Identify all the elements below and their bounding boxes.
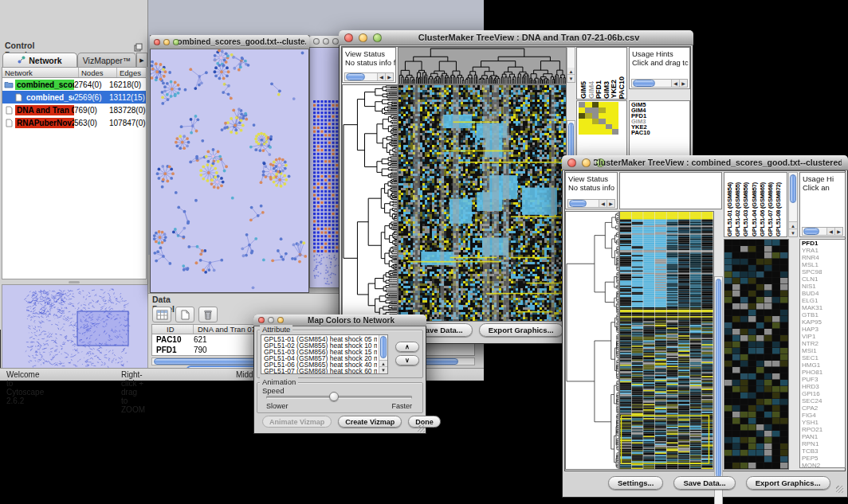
gene-label[interactable]: GTB1 — [802, 311, 822, 318]
gene-label[interactable]: PAN1 — [802, 433, 822, 440]
gene-label[interactable]: KAP95 — [802, 318, 822, 326]
matrix-cell[interactable] — [612, 102, 618, 107]
gene-label[interactable]: MSL1 — [802, 261, 822, 268]
matrix-cell[interactable] — [592, 107, 599, 113]
scroll-right-icon[interactable]: ▶ — [385, 73, 393, 80]
column-label[interactable]: GPL51-04 (GSM857) — [751, 182, 759, 236]
column-label[interactable]: PAC10 — [618, 76, 626, 99]
treeview2-global-vscrollbar[interactable]: ▲ ▼ — [714, 276, 723, 504]
matrix-cell[interactable] — [599, 119, 605, 124]
gene-label[interactable]: CPA2 — [802, 404, 822, 412]
column-label[interactable]: GPL51-07 (GSM868) — [767, 182, 775, 236]
matrix-cell[interactable] — [579, 124, 585, 130]
gene-label[interactable]: PHO81 — [802, 369, 822, 376]
gene-label[interactable]: RPO21 — [802, 426, 822, 433]
column-header-id[interactable]: ID — [152, 325, 194, 334]
minimize-icon[interactable] — [359, 33, 367, 42]
scroll-left-icon[interactable]: ◀ — [826, 228, 834, 235]
close-icon[interactable] — [567, 158, 576, 167]
matrix-cell[interactable] — [592, 119, 599, 124]
treeview2-button[interactable]: Settings... — [608, 476, 663, 490]
matrix-cell[interactable] — [585, 124, 591, 130]
treeview2-titlebar[interactable]: ClusterMaker TreeView : combined_scores_… — [562, 155, 848, 170]
scroll-down-icon[interactable]: ▼ — [789, 229, 797, 236]
gene-label[interactable]: YRA1 — [802, 247, 822, 254]
matrix-cell[interactable] — [606, 129, 612, 135]
matrix-cell[interactable] — [592, 124, 599, 130]
gene-label[interactable]: RPN1 — [802, 440, 822, 447]
panel-divider-handle[interactable] — [0, 280, 148, 283]
gene-label[interactable]: YSH1 — [802, 419, 822, 426]
column-header-nodes[interactable]: Nodes — [79, 68, 117, 77]
column-label[interactable]: YKE2 — [610, 80, 618, 99]
usage-hints-hscrollbar[interactable]: ◀ ▶ — [802, 227, 843, 236]
column-header-edges[interactable]: Edges — [117, 68, 146, 77]
gene-label[interactable]: SEC1 — [802, 354, 822, 361]
column-label[interactable]: GPL51-03 (GSM856) — [742, 182, 750, 236]
gene-label[interactable]: HAP3 — [802, 326, 822, 333]
matrix-cell[interactable] — [579, 102, 585, 107]
tab-overflow-button[interactable]: ▶ — [136, 53, 147, 67]
treeview2-row-dendrogram[interactable] — [565, 211, 619, 470]
gene-label[interactable]: HMG1 — [802, 361, 822, 369]
move-down-button[interactable]: ∨ — [395, 355, 419, 365]
matrix-cell[interactable] — [612, 107, 618, 113]
matrix-cell[interactable] — [599, 107, 605, 113]
attribute-list-item[interactable]: GPL51-07 (GSM868) heat shock 60 min — [264, 368, 377, 374]
gene-label[interactable]: TCB3 — [802, 447, 822, 455]
tab-vizmapper[interactable]: VizMapper™ — [77, 53, 136, 67]
matrix-cell[interactable] — [579, 107, 585, 113]
matrix-cell[interactable] — [606, 124, 612, 130]
close-icon[interactable] — [313, 38, 320, 45]
gene-label[interactable]: PEP5 — [802, 455, 822, 462]
matrix-cell[interactable] — [599, 129, 605, 135]
new-attribute-icon[interactable] — [175, 307, 194, 322]
attribute-list[interactable]: GPL51-01 (GSM854) heat shock 05 minGPL51… — [261, 334, 388, 374]
network-frame-1-titlebar[interactable]: combined_scores_good.txt--cluste... — [150, 35, 309, 49]
column-label[interactable]: GIM4 — [587, 81, 595, 99]
attribute-list-item[interactable]: GPL51-01 (GSM854) heat shock 05 min — [264, 336, 377, 342]
column-label[interactable]: GPL51-01 (GSM854) — [726, 182, 734, 236]
treeview2-zoom-heatmap[interactable] — [724, 239, 789, 470]
attribute-list-item[interactable]: GPL51-03 (GSM856) heat shock 15 min — [264, 349, 377, 355]
matrix-cell[interactable] — [612, 124, 618, 130]
move-up-button[interactable]: ∧ — [395, 342, 419, 352]
resize-grip[interactable] — [418, 425, 425, 432]
scroll-left-icon[interactable]: ◀ — [377, 73, 385, 80]
tab-network[interactable]: Network — [2, 53, 77, 67]
treeview1-button[interactable]: Export Graphics... — [479, 323, 563, 337]
matrix-cell[interactable] — [585, 129, 591, 135]
treeview1-column-scroll-strip[interactable]: ▲ ▼ — [567, 47, 575, 83]
matrix-cell[interactable] — [612, 119, 618, 124]
matrix-cell[interactable] — [585, 102, 591, 107]
treeview2-button[interactable]: Export Graphics... — [746, 476, 830, 490]
column-label[interactable]: GPL51-08 (GSM872) — [775, 182, 783, 236]
animation-slider-thumb[interactable] — [329, 392, 339, 401]
matrix-cell[interactable] — [606, 113, 612, 119]
treeview1-row-dendrogram[interactable] — [342, 84, 398, 322]
close-icon[interactable] — [154, 39, 160, 45]
matrix-cell[interactable] — [606, 107, 612, 113]
gene-label[interactable]: PAC10 — [631, 131, 650, 136]
matrix-cell[interactable] — [585, 107, 591, 113]
network-table-row[interactable]: RNAPuberNov2+563(0)107847(0) — [2, 116, 146, 129]
matrix-cell[interactable] — [592, 113, 599, 119]
gene-label[interactable]: BUD4 — [802, 290, 822, 297]
scroll-down-icon[interactable]: ▼ — [379, 366, 387, 373]
treeview1-heatmap[interactable] — [398, 84, 567, 322]
gene-label[interactable]: ELG1 — [802, 297, 822, 304]
scroll-right-icon[interactable]: ▶ — [679, 80, 687, 87]
matrix-cell[interactable] — [606, 119, 612, 124]
scroll-right-icon[interactable]: ▶ — [834, 228, 842, 235]
gene-label[interactable]: PUF3 — [802, 376, 822, 383]
scroll-down-icon[interactable]: ▼ — [567, 74, 575, 82]
column-label[interactable]: GPL51-02 (GSM855) — [734, 182, 742, 236]
matrix-cell[interactable] — [592, 129, 599, 135]
view-status-hscrollbar[interactable]: ◀ ▶ — [344, 72, 394, 81]
attribute-list-item[interactable]: GPL51-02 (GSM855) heat shock 10 min — [264, 342, 377, 349]
attribute-list-vscrollbar[interactable]: ▲ ▼ — [379, 335, 387, 373]
column-label[interactable]: PFD1 — [595, 80, 603, 99]
scroll-left-icon[interactable]: ◀ — [599, 200, 607, 207]
resize-grip[interactable] — [836, 486, 843, 493]
matrix-cell[interactable] — [612, 113, 618, 119]
